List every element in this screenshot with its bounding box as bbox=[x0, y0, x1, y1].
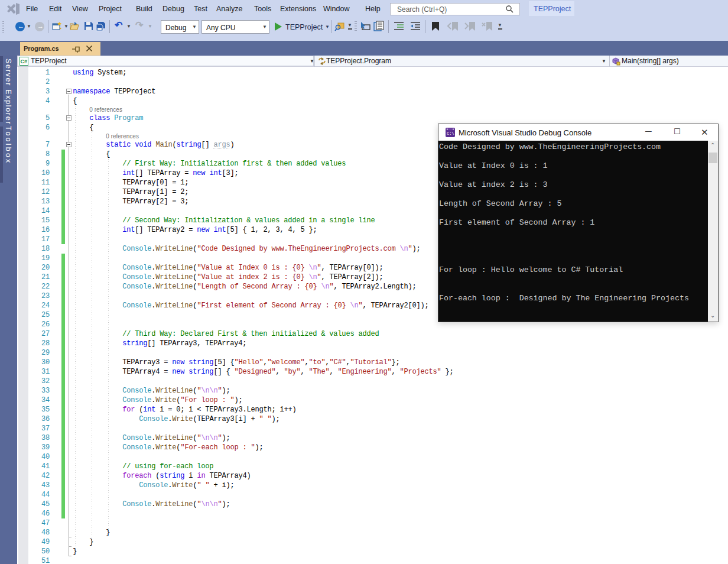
svg-text:C#: C# bbox=[21, 59, 28, 64]
svg-text:C:\: C:\ bbox=[447, 131, 454, 136]
